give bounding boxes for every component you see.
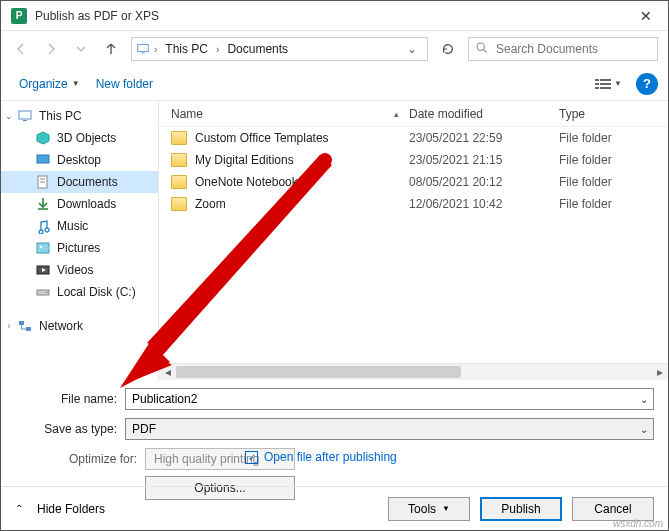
svg-line-3 xyxy=(484,50,487,53)
svg-point-23 xyxy=(46,292,48,294)
chevron-down-icon[interactable]: ⌄ xyxy=(635,394,653,405)
chevron-down-icon[interactable]: ⌄ xyxy=(635,424,653,435)
checkbox-checked-icon[interactable]: ✓ xyxy=(245,451,258,464)
table-row[interactable]: My Digital Editions23/05/2021 21:15File … xyxy=(159,149,668,171)
chevron-down-icon: ▼ xyxy=(72,79,80,88)
tree-label: Pictures xyxy=(57,241,100,255)
tree-network[interactable]: › Network xyxy=(1,315,158,337)
documents-icon xyxy=(35,174,51,190)
tree-label: Music xyxy=(57,219,88,233)
svg-rect-5 xyxy=(600,79,611,81)
svg-rect-11 xyxy=(23,120,27,121)
breadcrumb-root[interactable]: This PC xyxy=(161,40,212,58)
file-list[interactable]: Custom Office Templates23/05/2021 22:59F… xyxy=(159,127,668,363)
tree-3d-objects[interactable]: 3D Objects xyxy=(1,127,158,149)
svg-rect-24 xyxy=(19,321,24,325)
close-button[interactable]: ✕ xyxy=(623,1,668,31)
folder-icon xyxy=(171,153,187,167)
svg-rect-4 xyxy=(595,79,599,81)
tree-this-pc[interactable]: ⌄ This PC xyxy=(1,105,158,127)
tree-desktop[interactable]: Desktop xyxy=(1,149,158,171)
breadcrumb-folder[interactable]: Documents xyxy=(223,40,292,58)
recent-locations-button[interactable] xyxy=(67,35,95,63)
cancel-button[interactable]: Cancel xyxy=(572,497,654,521)
breadcrumb[interactable]: › This PC › Documents ⌄ xyxy=(131,37,428,61)
desktop-icon xyxy=(35,152,51,168)
network-icon xyxy=(17,318,33,334)
chevron-right-icon: › xyxy=(154,44,157,55)
chevron-down-icon: ▼ xyxy=(614,79,622,88)
tools-menu[interactable]: Tools ▼ xyxy=(388,497,470,521)
tree-documents[interactable]: Documents xyxy=(1,171,158,193)
file-name: My Digital Editions xyxy=(195,153,294,167)
file-type: File folder xyxy=(559,197,668,211)
tree-label: Local Disk (C:) xyxy=(57,285,136,299)
window-title: Publish as PDF or XPS xyxy=(35,9,623,23)
column-type[interactable]: Type xyxy=(559,107,668,121)
refresh-button[interactable] xyxy=(434,35,462,63)
monitor-icon xyxy=(17,108,33,124)
tree-pictures[interactable]: Pictures xyxy=(1,237,158,259)
tree-videos[interactable]: Videos xyxy=(1,259,158,281)
tree-local-disk[interactable]: Local Disk (C:) xyxy=(1,281,158,303)
breadcrumb-dropdown[interactable]: ⌄ xyxy=(401,42,423,56)
svg-point-19 xyxy=(40,246,43,249)
svg-rect-9 xyxy=(600,87,611,89)
publish-button[interactable]: Publish xyxy=(480,497,562,521)
column-date[interactable]: Date modified xyxy=(409,107,559,121)
tree-music[interactable]: Music xyxy=(1,215,158,237)
svg-rect-25 xyxy=(26,327,31,331)
up-button[interactable] xyxy=(97,35,125,63)
search-input[interactable] xyxy=(468,37,658,61)
table-row[interactable]: Zoom12/06/2021 10:42File folder xyxy=(159,193,668,215)
back-button[interactable] xyxy=(7,35,35,63)
table-row[interactable]: Custom Office Templates23/05/2021 22:59F… xyxy=(159,127,668,149)
filename-label: File name: xyxy=(15,392,125,406)
filename-combo[interactable]: ⌄ xyxy=(125,388,654,410)
file-date: 23/05/2021 22:59 xyxy=(409,131,559,145)
column-name[interactable]: Name ▴ xyxy=(159,107,409,121)
svg-rect-18 xyxy=(37,243,49,253)
expand-icon[interactable]: › xyxy=(4,321,14,331)
collapse-icon[interactable]: ⌃ xyxy=(15,503,23,514)
file-type: File folder xyxy=(559,131,668,145)
tree-label: Documents xyxy=(57,175,118,189)
table-row[interactable]: OneNote Notebooks08/05/2021 20:12File fo… xyxy=(159,171,668,193)
file-type: File folder xyxy=(559,153,668,167)
pictures-icon xyxy=(35,240,51,256)
forward-button[interactable] xyxy=(37,35,65,63)
folder-icon xyxy=(171,175,187,189)
file-name: OneNote Notebooks xyxy=(195,175,304,189)
scroll-left-icon[interactable]: ◂ xyxy=(159,364,176,381)
file-name: Custom Office Templates xyxy=(195,131,329,145)
chevron-down-icon: ▼ xyxy=(442,504,450,513)
scroll-right-icon[interactable]: ▸ xyxy=(651,364,668,381)
savetype-value[interactable] xyxy=(126,422,635,436)
tree-label: Downloads xyxy=(57,197,116,211)
tree-label: Videos xyxy=(57,263,93,277)
collapse-icon[interactable]: ⌄ xyxy=(4,111,14,121)
svg-rect-7 xyxy=(600,83,611,85)
tree-label: Network xyxy=(39,319,83,333)
filename-input[interactable] xyxy=(126,392,635,406)
hide-folders-link[interactable]: Hide Folders xyxy=(37,502,105,516)
column-headers[interactable]: Name ▴ Date modified Type xyxy=(159,101,668,127)
search-field[interactable] xyxy=(494,41,651,57)
help-button[interactable]: ? xyxy=(636,73,658,95)
organize-menu[interactable]: Organize ▼ xyxy=(11,73,88,95)
scrollbar-thumb[interactable] xyxy=(176,366,461,378)
navigation-tree[interactable]: ⌄ This PC 3D Objects Desktop Documents D… xyxy=(1,101,159,380)
sort-indicator-icon: ▴ xyxy=(394,109,399,119)
drive-icon xyxy=(35,284,51,300)
savetype-combo[interactable]: ⌄ xyxy=(125,418,654,440)
file-name: Zoom xyxy=(195,197,226,211)
horizontal-scrollbar[interactable]: ◂ ▸ xyxy=(159,363,668,380)
column-name-label: Name xyxy=(171,107,203,121)
new-folder-button[interactable]: New folder xyxy=(88,73,161,95)
open-after-label: Open file after publishing xyxy=(264,450,397,464)
tree-downloads[interactable]: Downloads xyxy=(1,193,158,215)
videos-icon xyxy=(35,262,51,278)
view-options-button[interactable]: ▼ xyxy=(590,72,626,96)
savetype-label: Save as type: xyxy=(15,422,125,436)
svg-marker-12 xyxy=(37,132,49,144)
